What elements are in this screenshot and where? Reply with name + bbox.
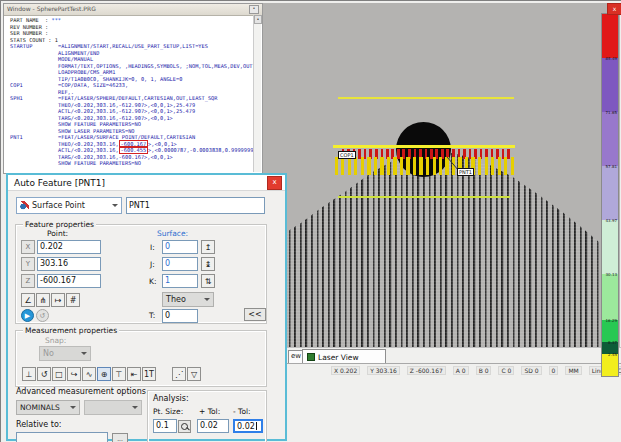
k-value-field[interactable]: 1: [162, 274, 198, 288]
tab-laser-view[interactable]: Laser View: [302, 349, 386, 364]
surface-vector-flip-icon[interactable]: ↥: [201, 240, 215, 254]
edit-window-menu-icon[interactable]: •: [249, 5, 259, 14]
color-scale-segment: [602, 354, 618, 376]
relative-to-label: Relative to:: [16, 420, 62, 429]
duration-icon[interactable]: 1T: [142, 367, 156, 381]
magnifier-icon[interactable]: [178, 420, 191, 433]
pt-size-label: Pt. Size:: [153, 407, 183, 416]
scan-path-icon[interactable]: ∿: [82, 367, 96, 381]
nominals-dropdown[interactable]: NOMINALS: [16, 400, 80, 415]
vector-align-icon[interactable]: ⇅: [201, 274, 215, 288]
analysis-legend: Analysis:: [153, 394, 189, 403]
status-field: Z -600.167: [407, 366, 446, 375]
measure-now-button[interactable]: ▶: [21, 309, 34, 322]
pnt1-feature-label[interactable]: PNT1: [457, 168, 474, 176]
status-field: SD 0: [521, 366, 541, 375]
laser-view-tab-label: Laser View: [318, 353, 359, 362]
point-offset-icon[interactable]: ↦: [51, 293, 65, 307]
z-value-field[interactable]: -600.167: [37, 274, 101, 288]
secondary-dropdown[interactable]: [84, 400, 142, 415]
application-window: COP1 PNT1 85.4971.6557.8143.9730.1316.29…: [0, 0, 621, 442]
k-label: K:: [149, 277, 156, 286]
point-label: Point:: [47, 229, 68, 238]
reset-button[interactable]: ↺: [36, 309, 49, 322]
y-axis-button[interactable]: Y: [21, 257, 35, 271]
color-scale-segment: 71.65: [602, 58, 618, 112]
program-code-area[interactable]: PART NAME : ***REV NUMBER :SER NUMBER :S…: [4, 15, 254, 173]
j-label: J:: [150, 260, 155, 269]
code-line: SHOW FEATURE PARAMETERS=NO: [10, 160, 254, 167]
color-scale-segment: 85.49: [602, 14, 618, 58]
theo-mode-value: Theo: [166, 295, 186, 304]
vector-updown-icon[interactable]: ↨: [201, 257, 215, 271]
rotate-icon[interactable]: ↺: [37, 367, 51, 381]
i-value-field[interactable]: 0: [162, 240, 198, 254]
grid-icon[interactable]: #: [66, 293, 80, 307]
feature-type-dropdown[interactable]: Surface Point: [16, 197, 122, 214]
box-region-icon[interactable]: □: [52, 367, 66, 381]
measurement-properties-legend: Measurement properties: [23, 326, 119, 335]
feature-name-input[interactable]: PNT1: [126, 197, 265, 214]
edit-window-title: Window - SpherePartTest.PRG: [7, 5, 96, 15]
browse-button[interactable]: ...: [112, 433, 128, 442]
filter-icon[interactable]: ▽: [187, 367, 201, 381]
relative-to-field[interactable]: [16, 432, 108, 442]
pnt1-leader-line: [441, 151, 471, 181]
target-icon[interactable]: ⊕: [97, 367, 111, 381]
chevron-down-icon: [112, 204, 118, 210]
x-axis-button[interactable]: X: [21, 240, 35, 254]
laser-line-mid: [333, 145, 515, 148]
x-value-field[interactable]: 0.202: [37, 240, 101, 254]
snap-dropdown[interactable]: No: [39, 346, 91, 361]
snap-value: No: [43, 349, 54, 358]
z-axis-button[interactable]: Z: [21, 274, 35, 288]
point-sequence-icon[interactable]: ⋰: [172, 367, 186, 381]
editor-scrollbar[interactable]: •: [253, 15, 261, 172]
offset-left-icon[interactable]: ⇤: [127, 367, 141, 381]
polar-cartesian-toggle-icon[interactable]: ∠: [21, 293, 35, 307]
pt-size-field[interactable]: 0.1: [153, 419, 177, 433]
surface-label: Surface:: [157, 229, 188, 238]
chevron-down-icon: [204, 298, 210, 304]
color-scale-segment: 57.81: [602, 112, 618, 166]
laser-view-canvas[interactable]: COP1 PNT1: [261, 3, 620, 347]
minus-tol-field[interactable]: 0.02: [233, 419, 263, 433]
auto-feature-dialog: Auto Feature [PNT1] x Surface Point PNT1…: [6, 173, 287, 441]
chevron-down-icon: [81, 352, 87, 358]
theo-mode-dropdown[interactable]: Theo: [162, 292, 214, 307]
find-feature-icon[interactable]: ⋔: [36, 293, 50, 307]
cop1-feature-label[interactable]: COP1: [338, 151, 356, 159]
advanced-options-legend: Advanced measurement options: [16, 387, 146, 396]
view-tab-strip: ew Laser View: [261, 347, 621, 364]
dialog-title: Auto Feature [PNT1]: [14, 178, 105, 188]
collapse-button[interactable]: <<: [244, 308, 266, 321]
status-field: B 0: [476, 366, 492, 375]
color-scale-segment: 43.97: [602, 166, 618, 220]
feature-type-value: Surface Point: [32, 201, 85, 210]
nominals-value: NOMINALS: [20, 403, 60, 412]
deviation-color-scale: 85.4971.6557.8143.9730.1316.298.372.45: [601, 13, 619, 377]
y-value-field[interactable]: 303.16: [37, 257, 101, 271]
close-icon[interactable]: x: [607, 3, 621, 15]
laser-view-tab-icon: [307, 353, 315, 361]
plus-tol-field[interactable]: 0.02: [197, 419, 229, 433]
color-scale-tick: 43.97: [606, 219, 617, 223]
laser-line-lower: [338, 196, 510, 198]
probe-depth-icon[interactable]: ⊥: [22, 367, 36, 381]
i-label: I:: [150, 243, 155, 252]
color-scale-segment: 30.13: [602, 220, 618, 274]
minus-tol-value: 0.02: [237, 422, 255, 431]
level-icon[interactable]: ⊤: [112, 367, 126, 381]
j-value-field[interactable]: 0: [162, 257, 198, 271]
plus-tol-label: + Tol:: [199, 407, 220, 416]
t-value-field[interactable]: 0: [162, 309, 198, 323]
measurement-properties-group: Measurement properties Snap: No ⊥↺□↪∿⊕⊤⇤…: [16, 331, 266, 386]
redirect-icon[interactable]: ↪: [67, 367, 81, 381]
dialog-close-icon[interactable]: x: [267, 176, 282, 190]
toolbar-spacer: [157, 367, 171, 381]
dialog-titlebar[interactable]: Auto Feature [PNT1] x: [8, 175, 285, 191]
color-scale-tick: 2.45: [608, 353, 617, 357]
color-scale-tick: 71.65: [606, 111, 617, 115]
scrollbar-up-icon[interactable]: •: [254, 15, 262, 24]
surface-point-icon: [20, 201, 29, 210]
